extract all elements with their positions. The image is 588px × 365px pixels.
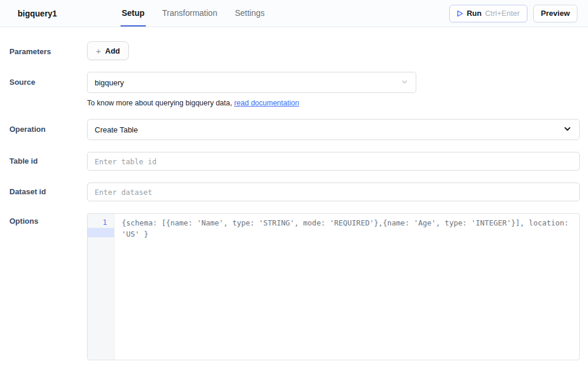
- parameters-row: Parameters + Add: [0, 41, 580, 60]
- operation-label: Operation: [0, 119, 87, 134]
- source-row: Source bigquery To know more about query…: [0, 72, 580, 107]
- play-icon: [457, 10, 463, 17]
- line-number: 1: [88, 218, 114, 227]
- dataset-id-label: Dataset id: [0, 182, 87, 196]
- run-shortcut: Ctrl+Enter: [485, 9, 520, 18]
- helper-prefix: To know more about querying bigquery dat…: [87, 99, 234, 107]
- options-row: Options 1 {schema: [{name: 'Name', type:…: [0, 213, 580, 360]
- options-code-editor[interactable]: 1 {schema: [{name: 'Name', type: 'STRING…: [87, 213, 580, 360]
- operation-select[interactable]: Create Table: [87, 119, 580, 140]
- code-editor-gutter: 1: [88, 214, 115, 360]
- query-editor-topbar: bigquery1 Setup Transformation Settings …: [0, 0, 588, 27]
- topbar-actions: Run Ctrl+Enter Preview: [449, 0, 577, 26]
- dataset-id-input[interactable]: [87, 182, 580, 201]
- run-label: Run: [467, 9, 482, 18]
- table-id-input[interactable]: [87, 152, 580, 171]
- chevron-down-icon: [400, 78, 409, 88]
- add-parameter-button[interactable]: + Add: [87, 41, 129, 60]
- chevron-down-icon: [563, 124, 572, 135]
- parameters-label: Parameters: [0, 41, 87, 56]
- source-select[interactable]: bigquery: [87, 72, 416, 93]
- tab-transformation[interactable]: Transformation: [161, 0, 219, 26]
- source-label: Source: [0, 72, 87, 87]
- run-button[interactable]: Run Ctrl+Enter: [449, 5, 527, 22]
- source-select-value: bigquery: [95, 78, 124, 87]
- active-line-marker: [88, 228, 114, 237]
- code-editor-content[interactable]: {schema: [{name: 'Name', type: 'STRING',…: [115, 214, 579, 360]
- preview-button[interactable]: Preview: [533, 5, 577, 22]
- tab-settings[interactable]: Settings: [233, 0, 266, 26]
- dataset-id-row: Dataset id: [0, 182, 580, 201]
- options-label: Options: [0, 213, 87, 225]
- source-helper-text: To know more about querying bigquery dat…: [87, 99, 580, 107]
- plus-icon: +: [96, 47, 101, 55]
- add-parameter-label: Add: [105, 47, 120, 55]
- read-documentation-link[interactable]: read documentation: [234, 99, 299, 107]
- table-id-label: Table id: [0, 152, 87, 165]
- table-id-row: Table id: [0, 152, 580, 171]
- query-setup-form: Parameters + Add Source bigquery To know…: [0, 27, 588, 360]
- query-name[interactable]: bigquery1: [18, 9, 57, 18]
- operation-select-value: Create Table: [95, 125, 138, 134]
- tab-setup[interactable]: Setup: [121, 0, 146, 26]
- operation-row: Operation Create Table: [0, 119, 580, 140]
- preview-label: Preview: [541, 9, 570, 18]
- editor-tabs: Setup Transformation Settings: [121, 0, 266, 26]
